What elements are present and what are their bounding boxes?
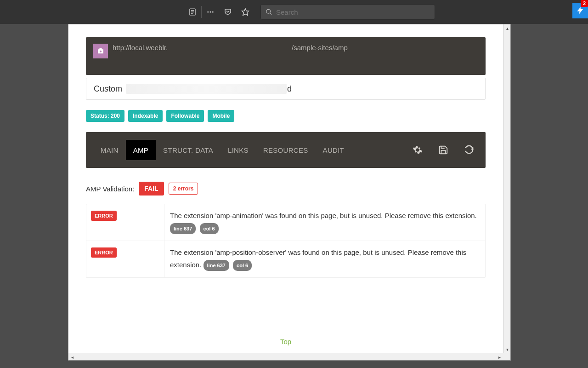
svg-point-4: [207, 12, 209, 13]
search-bar[interactable]: [260, 4, 435, 20]
validation-status-badge: FAIL: [139, 182, 164, 196]
svg-point-6: [212, 12, 214, 13]
svg-marker-7: [242, 9, 249, 16]
horizontal-scrollbar[interactable]: ◂ ▸: [68, 353, 510, 360]
badge-mobile: Mobile: [208, 110, 234, 122]
page-title-trail: d: [287, 84, 292, 94]
page-actions-icon[interactable]: [202, 5, 219, 19]
page-url: http://local.weeblr./sample-sites/amp: [113, 44, 348, 52]
url-suffix: /sample-sites/amp: [292, 44, 348, 52]
tabs-bar: MAIN AMP STRUCT. DATA LINKS RESOURCES AU…: [86, 132, 486, 168]
svg-line-9: [270, 13, 271, 15]
extension-badge-count: 2: [581, 0, 588, 7]
error-col: col 6: [233, 260, 252, 271]
svg-point-10: [100, 51, 102, 52]
error-row: ERROR The extension 'amp-position-observ…: [86, 241, 485, 277]
search-icon: [266, 8, 272, 16]
status-badges: Status: 200 Indexable Followable Mobile: [86, 110, 486, 122]
validation-label: AMP Validation:: [86, 185, 134, 193]
error-row: ERROR The extension 'amp-animation' was …: [86, 204, 485, 241]
badge-indexable: Indexable: [128, 110, 163, 122]
bookmark-star-icon[interactable]: [237, 5, 254, 19]
url-redacted: [168, 45, 292, 52]
error-col: col 6: [200, 223, 219, 235]
tab-audit[interactable]: AUDIT: [316, 140, 352, 160]
badge-status: Status: 200: [86, 110, 124, 122]
back-to-top-link[interactable]: Top: [86, 338, 486, 345]
scroll-down-icon[interactable]: ▾: [503, 345, 511, 353]
tab-main[interactable]: MAIN: [93, 140, 126, 160]
error-severity: ERROR: [91, 247, 117, 258]
page-title-redacted: [126, 84, 287, 94]
validation-error-count: 2 errors: [169, 183, 198, 195]
svg-point-5: [210, 12, 211, 13]
save-icon[interactable]: [434, 141, 452, 159]
error-message: The extension 'amp-animation' was found …: [170, 212, 477, 219]
search-input[interactable]: [276, 8, 430, 16]
tab-amp[interactable]: AMP: [126, 140, 156, 160]
refresh-icon[interactable]: [460, 141, 478, 159]
error-line: line 637: [170, 223, 196, 235]
errors-table: ERROR The extension 'amp-animation' was …: [86, 204, 486, 278]
validation-summary: AMP Validation: FAIL 2 errors: [86, 182, 486, 196]
tab-links[interactable]: LINKS: [220, 140, 256, 160]
reader-view-icon[interactable]: [184, 5, 201, 19]
vertical-scrollbar[interactable]: ▴ ▾: [503, 24, 510, 353]
svg-point-8: [266, 9, 271, 13]
badge-followable: Followable: [166, 110, 204, 122]
url-prefix: http://local.weeblr.: [113, 44, 168, 52]
page-title-panel: Custom d: [86, 78, 486, 100]
scroll-right-icon[interactable]: ▸: [496, 353, 503, 361]
camera-icon[interactable]: [93, 44, 108, 58]
scroll-up-icon[interactable]: ▴: [503, 24, 511, 32]
tab-resources[interactable]: RESOURCES: [256, 140, 316, 160]
pocket-icon[interactable]: [219, 5, 237, 19]
page-title-prefix: Custom: [94, 84, 122, 94]
url-panel: http://local.weeblr./sample-sites/amp: [86, 37, 486, 75]
browser-toolbar: 2: [0, 0, 588, 24]
page-viewport: http://local.weeblr./sample-sites/amp Cu…: [68, 24, 511, 361]
tab-struct-data[interactable]: STRUCT. DATA: [156, 140, 220, 160]
error-line: line 637: [204, 260, 229, 271]
scroll-left-icon[interactable]: ◂: [68, 353, 76, 361]
error-severity: ERROR: [91, 211, 117, 221]
settings-icon[interactable]: [408, 141, 427, 159]
extension-badge[interactable]: 2: [571, 0, 588, 18]
